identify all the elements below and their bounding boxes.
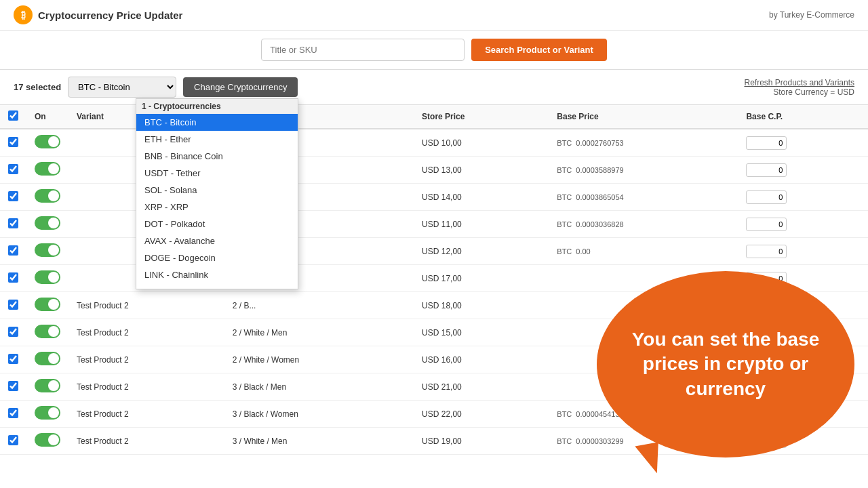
row-checkbox[interactable] <box>8 435 18 445</box>
row-base-cp <box>738 184 868 211</box>
base-price-crypto: BTC <box>557 139 572 147</box>
dropdown-item-sol[interactable]: SOL - Solana <box>136 182 298 199</box>
dropdown-item-avax[interactable]: AVAX - Avalanche <box>136 232 298 249</box>
row-toggle[interactable] <box>35 352 60 365</box>
crypto-select[interactable]: BTC - Bitcoin <box>68 77 176 98</box>
row-toggle[interactable] <box>35 379 60 392</box>
select-all-checkbox[interactable] <box>8 110 18 121</box>
header-left: ₿ Cryptocurrency Price Updater <box>14 5 182 24</box>
base-price-value: 0.0003036828 <box>576 220 623 228</box>
dropdown-scroll: 1 - Cryptocurrencies BTC - BitcoinETH - … <box>136 99 298 289</box>
dropdown-item-link[interactable]: LINK - Chainlink <box>136 266 298 283</box>
dropdown-item-doge[interactable]: DOGE - Dogecoin <box>136 249 298 266</box>
base-cp-input[interactable] <box>746 218 787 231</box>
row-checkbox[interactable] <box>8 218 18 228</box>
search-button[interactable]: Search Product or Variant <box>471 39 607 61</box>
row-base-cp <box>738 211 868 238</box>
row-base-price: BTC 0.0003865054 <box>549 184 738 211</box>
base-price-value: 0.00 <box>576 247 590 256</box>
row-toggle[interactable] <box>35 216 60 230</box>
refresh-link[interactable]: Refresh Products and Variants <box>744 78 854 87</box>
row-checkbox[interactable] <box>8 381 18 391</box>
row-checkbox[interactable] <box>8 272 18 283</box>
row-checkbox-cell <box>0 129 26 157</box>
row-toggle-cell <box>26 373 68 401</box>
row-base-price: BTC 0.0003036828 <box>549 211 738 238</box>
crypto-section-label: 1 - Cryptocurrencies <box>136 99 298 114</box>
dropdown-item-bnb[interactable]: BNB - Binance Coin <box>136 148 298 165</box>
row-sku: 3 / Black / Men <box>224 373 414 401</box>
row-variant: Test Product 2 <box>68 401 224 428</box>
row-toggle[interactable] <box>35 135 60 148</box>
row-toggle-cell <box>26 184 68 211</box>
row-toggle[interactable] <box>35 406 60 420</box>
row-variant: Test Product 2 <box>68 346 224 373</box>
dropdown-item-btc[interactable]: BTC - Bitcoin <box>136 114 298 131</box>
app-title: Cryptocurrency Price Updater <box>38 9 182 21</box>
row-base-price: BTC 0.0003588979 <box>549 157 738 184</box>
row-sku: 2 / White / Women <box>224 346 414 373</box>
base-cp-input[interactable] <box>746 190 787 204</box>
base-price-value: 0.0003865054 <box>576 193 623 201</box>
row-sku: 2 / B... <box>224 292 414 319</box>
row-checkbox-cell <box>0 157 26 184</box>
change-cryptocurrency-button[interactable]: Change Cryptocurrency <box>183 77 298 97</box>
row-checkbox-cell <box>0 401 26 428</box>
row-checkbox-cell <box>0 319 26 346</box>
base-price-value: 0.0002760753 <box>576 139 623 147</box>
base-price-crypto: BTC <box>557 247 572 256</box>
bubble-text: You can set the base prices in crypto or… <box>597 300 854 428</box>
row-store-price: USD 10,00 <box>414 129 549 157</box>
base-price-crypto: BTC <box>557 220 572 228</box>
row-store-price: USD 16,00 <box>414 346 549 373</box>
row-toggle[interactable] <box>35 325 60 338</box>
row-checkbox[interactable] <box>8 191 18 201</box>
row-store-price: USD 19,00 <box>414 428 549 455</box>
row-base-price: BTC 0.00 <box>549 238 738 265</box>
base-cp-input[interactable] <box>746 245 787 258</box>
row-checkbox[interactable] <box>8 137 18 147</box>
row-checkbox[interactable] <box>8 408 18 418</box>
row-checkbox-cell <box>0 265 26 292</box>
table-row: USD 14,00 BTC 0.0003865054 <box>0 184 868 211</box>
info-bubble: You can set the base prices in crypto or… <box>597 271 854 458</box>
row-toggle[interactable] <box>35 162 60 176</box>
dropdown-item-ltc[interactable]: LTC - Litecoin <box>136 283 298 289</box>
table-row: USD 13,00 BTC 0.0003588979 <box>0 157 868 184</box>
row-checkbox[interactable] <box>8 164 18 174</box>
row-store-price: USD 12,00 <box>414 238 549 265</box>
crypto-dropdown: 1 - Cryptocurrencies BTC - BitcoinETH - … <box>136 98 298 289</box>
row-toggle[interactable] <box>35 433 60 447</box>
dropdown-item-usdt[interactable]: USDT - Tether <box>136 165 298 182</box>
row-toggle[interactable] <box>35 243 60 257</box>
row-toggle-cell <box>26 211 68 238</box>
header-credit: by Turkey E-Commerce <box>769 10 854 20</box>
row-sku: 2 / White / Men <box>224 319 414 346</box>
row-toggle[interactable] <box>35 189 60 203</box>
row-store-price: USD 15,00 <box>414 319 549 346</box>
col-base-price: Base Price <box>549 105 738 129</box>
col-checkbox <box>0 105 26 129</box>
dropdown-item-dot[interactable]: DOT - Polkadot <box>136 216 298 232</box>
base-price-value: 0.0003588979 <box>576 166 623 174</box>
base-cp-input[interactable] <box>746 163 787 177</box>
row-checkbox[interactable] <box>8 300 18 310</box>
dropdown-item-eth[interactable]: ETH - Ether <box>136 131 298 148</box>
row-toggle-cell <box>26 238 68 265</box>
row-toggle[interactable] <box>35 298 60 311</box>
row-store-price: USD 14,00 <box>414 184 549 211</box>
dropdown-item-xrp[interactable]: XRP - XRP <box>136 199 298 216</box>
info-bubble-container: You can set the base prices in crypto or… <box>597 271 861 468</box>
row-checkbox-cell <box>0 211 26 238</box>
row-variant: Test Product 2 <box>68 428 224 455</box>
row-toggle-cell <box>26 292 68 319</box>
base-cp-input[interactable] <box>746 136 787 150</box>
row-checkbox[interactable] <box>8 327 18 337</box>
row-base-cp <box>738 129 868 157</box>
row-checkbox[interactable] <box>8 245 18 256</box>
search-input[interactable] <box>261 39 465 61</box>
row-checkbox-cell <box>0 238 26 265</box>
base-price-crypto: BTC <box>557 193 572 201</box>
row-toggle[interactable] <box>35 270 60 284</box>
row-checkbox[interactable] <box>8 354 18 364</box>
